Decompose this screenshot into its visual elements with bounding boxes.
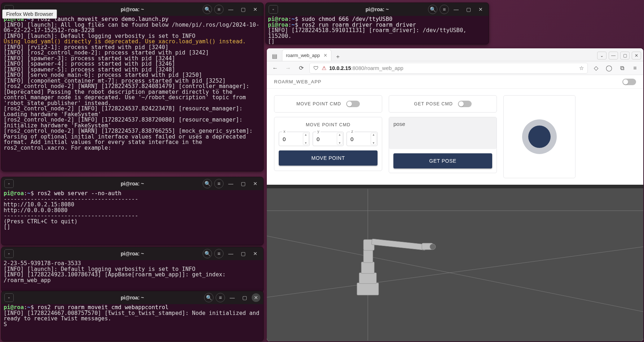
search-icon[interactable]: 🔍 — [204, 293, 213, 302]
log-line: [] — [268, 38, 275, 44]
app-main-toggle[interactable] — [622, 79, 636, 85]
firefox-tooltip: Firefox Web Browser — [2, 9, 57, 19]
insecure-lock-icon[interactable]: ⚠ — [322, 65, 326, 71]
new-tab-button[interactable]: ▫ — [269, 5, 278, 14]
log-line: [INFO] [launch]: All log files can be fo… — [4, 22, 259, 34]
log-line: [ros2_control_node-2] [WARN] [1728224537… — [4, 83, 253, 106]
browser-tabstrip: ▤ roarm_web_app ✕ ＋ ⌄ — ▢ ✕ — [267, 48, 643, 61]
reload-icon[interactable]: ⟳ — [296, 63, 306, 73]
move-point-button[interactable]: MOVE POINT — [279, 150, 378, 166]
search-icon[interactable]: 🔍 — [203, 249, 212, 258]
svg-rect-6 — [361, 262, 374, 273]
bookmark-star-icon[interactable]: ☆ — [579, 65, 584, 71]
get-pose-button[interactable]: GET POSE — [393, 153, 492, 168]
app-header: ROARM_WEB_APP — [267, 75, 643, 89]
app-grid: MOVE POINT CMD MOVE POINT CMD x ▲▼ y — [267, 89, 643, 185]
svg-rect-7 — [363, 250, 373, 263]
browser-tab[interactable]: roarm_web_app ✕ — [282, 49, 331, 61]
window-minimize-button[interactable]: — — [609, 52, 618, 60]
window-close-button[interactable]: ✕ — [632, 52, 641, 60]
terminal-2: ▫ pi@roa: ~ 🔍 ≡ — ▢ ✕ pi@roa:~$ ros2 web… — [1, 177, 264, 245]
card-getpose-toggle: GET POSE CMD — [389, 95, 497, 113]
back-icon[interactable]: ← — [270, 63, 280, 73]
new-tab-button[interactable]: ▫ — [4, 249, 14, 258]
menu-icon[interactable]: ≡ — [440, 5, 449, 14]
pocket-icon[interactable]: ◇ — [591, 63, 601, 73]
minimize-button[interactable]: — — [226, 179, 236, 188]
maximize-button[interactable]: ▢ — [463, 5, 473, 14]
close-button[interactable]: ✕ — [476, 5, 486, 14]
close-button[interactable]: ✕ — [252, 293, 260, 302]
terminal-2-body[interactable]: pi@roa:~$ ros2 web server --no-auth ----… — [1, 190, 263, 245]
card-move-form: MOVE POINT CMD x ▲▼ y ▲▼ — [274, 117, 382, 171]
tabs-dropdown-icon[interactable]: ⌄ — [597, 52, 606, 60]
maximize-button[interactable]: ▢ — [238, 5, 248, 14]
card-getpose-toggle-title: GET POSE CMD — [414, 101, 453, 106]
terminal-4-body[interactable]: pi@roa:~$ ros2 run roarm_moveit_cmd weba… — [1, 304, 263, 341]
tab-close-icon[interactable]: ✕ — [323, 53, 327, 58]
minimize-button[interactable]: — — [226, 249, 236, 258]
menu-icon[interactable]: ≡ — [214, 179, 224, 188]
terminal-1-body[interactable]: pi@roa:~$ ros2 launch moveit_servo demo.… — [1, 16, 263, 171]
minimize-button[interactable]: — — [227, 293, 237, 302]
terminal-5: ▫ pi@roa: ~ 🔍 ≡ — ▢ ✕ pi@roa:~$ sudo chm… — [265, 3, 489, 44]
move-cmd-toggle[interactable] — [346, 101, 360, 107]
card-move-form-title: MOVE POINT CMD — [306, 122, 350, 127]
close-button[interactable]: ✕ — [250, 179, 260, 188]
card-move-toggle: MOVE POINT CMD — [274, 95, 382, 113]
minimize-button[interactable]: — — [226, 5, 236, 14]
z-stepper[interactable]: ▲▼ — [371, 133, 376, 145]
new-tab-button[interactable]: ▫ — [4, 179, 14, 188]
y-label: y — [316, 129, 321, 133]
minimize-button[interactable]: — — [451, 5, 461, 14]
close-button[interactable]: ✕ — [250, 249, 260, 258]
menu-icon[interactable]: ≡ — [214, 249, 224, 258]
svg-point-11 — [430, 244, 436, 250]
joystick[interactable] — [522, 119, 557, 154]
shield-icon[interactable]: 🛡 — [313, 65, 319, 71]
terminal-4: ▫ pi@roa: ~ 🔍 ≡ — ▢ ✕ pi@roa:~$ ros2 run… — [1, 291, 264, 341]
firefox-window: ▤ roarm_web_app ✕ ＋ ⌄ — ▢ ✕ ← → ⟳ 🛡 ⚠ 10… — [267, 48, 643, 341]
extensions-icon[interactable]: ⧉ — [617, 63, 627, 73]
log-line: [ros2_control_node-2] [INFO] [1728224537… — [4, 105, 246, 118]
close-button[interactable]: ✕ — [250, 5, 260, 14]
terminal-3-titlebar: ▫ pi@roa: ~ 🔍 ≡ — ▢ ✕ — [1, 247, 263, 260]
url-bar[interactable]: 🛡 ⚠ 10.0.2.15:8080/roarm_web_app ☆ — [309, 63, 588, 74]
svg-rect-9 — [371, 239, 426, 250]
coord-row: x ▲▼ y ▲▼ z ▲▼ — [279, 132, 378, 146]
browser-addrbar: ← → ⟳ 🛡 ⚠ 10.0.2.15:8080/roarm_web_app ☆… — [267, 61, 643, 75]
card-joystick — [503, 95, 575, 178]
search-icon[interactable]: 🔍 — [203, 5, 212, 14]
terminal-5-body[interactable]: pi@roa:~$ sudo chmod 666 /dev/ttyUSB0 pi… — [266, 16, 489, 44]
maximize-button[interactable]: ▢ — [238, 249, 248, 258]
app-menu-icon[interactable]: ≡ — [630, 63, 640, 73]
maximize-button[interactable]: ▢ — [238, 179, 248, 188]
maximize-button[interactable]: ▢ — [239, 293, 250, 302]
log-line: [ros2_control_node-2] [WARN] [1728224537… — [4, 128, 256, 151]
getpose-cmd-toggle[interactable] — [458, 101, 472, 107]
y-stepper[interactable]: ▲▼ — [337, 133, 343, 145]
card-move-toggle-title: MOVE POINT CMD — [296, 101, 341, 106]
terminal-3: ▫ pi@roa: ~ 🔍 ≡ — ▢ ✕ 2-23-55-939178-roa… — [1, 247, 264, 292]
menu-icon[interactable]: ≡ — [214, 5, 224, 14]
terminal-4-titlebar: ▫ pi@roa: ~ 🔍 ≡ — ▢ ✕ — [1, 291, 263, 304]
window-maximize-button[interactable]: ▢ — [620, 52, 630, 60]
x-stepper[interactable]: ▲▼ — [303, 133, 309, 145]
search-icon[interactable]: 🔍 — [203, 179, 212, 188]
firefox-view-icon[interactable]: ▤ — [269, 51, 280, 61]
terminal-3-body[interactable]: 2-23-55-939178-roa-3533 [INFO] [launch]:… — [1, 260, 263, 292]
card-getpose-form: pose GET POSE — [389, 117, 497, 173]
new-tab-button[interactable]: ▫ — [4, 293, 14, 302]
account-icon[interactable]: ◯ — [604, 63, 614, 73]
svg-rect-4 — [357, 283, 379, 295]
new-tab-button[interactable]: ＋ — [334, 52, 342, 61]
terminal-2-titlebar: ▫ pi@roa: ~ 🔍 ≡ — ▢ ✕ — [1, 177, 263, 190]
spin-y: y ▲▼ — [313, 132, 344, 146]
search-icon[interactable]: 🔍 — [428, 5, 437, 14]
svg-line-2 — [267, 247, 643, 297]
menu-icon[interactable]: ≡ — [216, 293, 225, 302]
pose-output: pose — [389, 117, 497, 149]
spin-z: z ▲▼ — [347, 132, 378, 146]
scene-svg — [267, 188, 643, 341]
rviz-3d-view[interactable]: ‹ — [267, 185, 643, 341]
